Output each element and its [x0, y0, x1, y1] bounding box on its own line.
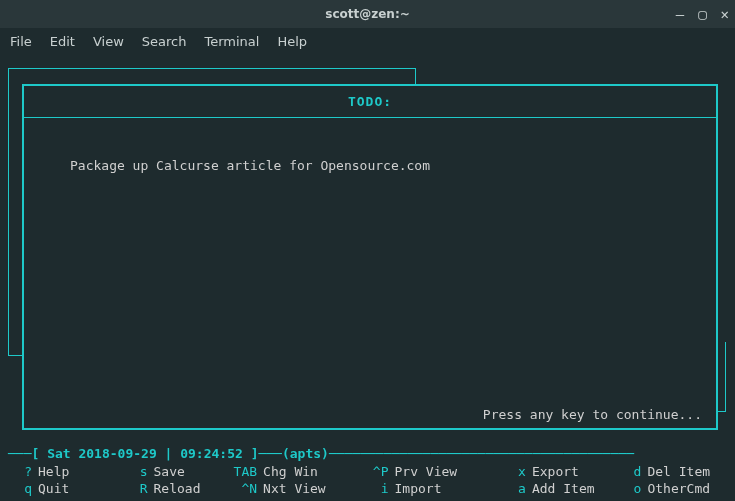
shortcut-reload[interactable]: RReload [124, 481, 228, 496]
shortcut-chg-win[interactable]: TABChg Win [227, 464, 364, 479]
todo-header: TODO: [24, 86, 716, 118]
shortcut-bar: ?Help sSave TABChg Win ^PPrv View xExpor… [8, 463, 727, 497]
todo-item: Package up Calcurse article for Opensour… [24, 118, 716, 173]
press-any-key-prompt: Press any key to continue... [483, 407, 702, 422]
todo-panel: TODO: Package up Calcurse article for Op… [22, 84, 718, 430]
shortcut-export[interactable]: xExport [502, 464, 618, 479]
status-line: ───[ Sat 2018-09-29 | 09:24:52 ]───(apts… [8, 446, 727, 461]
shortcut-help[interactable]: ?Help [8, 464, 124, 479]
shortcut-del-item[interactable]: dDel Item [617, 464, 727, 479]
menu-edit[interactable]: Edit [50, 34, 75, 49]
minimize-icon[interactable]: — [676, 6, 684, 22]
terminal-area[interactable]: TODO: Package up Calcurse article for Op… [0, 54, 735, 501]
titlebar: scott@zen:~ — ▢ ✕ [0, 0, 735, 28]
menu-file[interactable]: File [10, 34, 32, 49]
window-controls: — ▢ ✕ [676, 0, 729, 28]
todo-title: TODO: [348, 94, 392, 109]
menu-help[interactable]: Help [277, 34, 307, 49]
close-icon[interactable]: ✕ [721, 6, 729, 22]
shortcut-quit[interactable]: qQuit [8, 481, 124, 496]
menubar: File Edit View Search Terminal Help [0, 28, 735, 54]
menu-view[interactable]: View [93, 34, 124, 49]
shortcut-save[interactable]: sSave [124, 464, 228, 479]
menu-search[interactable]: Search [142, 34, 187, 49]
menu-terminal[interactable]: Terminal [204, 34, 259, 49]
shortcut-add-item[interactable]: aAdd Item [502, 481, 618, 496]
shortcut-othercmd[interactable]: oOtherCmd [617, 481, 727, 496]
shortcut-row-2: qQuit RReload ^NNxt View iImport aAdd It… [8, 480, 727, 497]
window-title: scott@zen:~ [325, 7, 410, 21]
shortcut-prv-view[interactable]: ^PPrv View [365, 464, 502, 479]
shortcut-import[interactable]: iImport [365, 481, 502, 496]
shortcut-row-1: ?Help sSave TABChg Win ^PPrv View xExpor… [8, 463, 727, 480]
maximize-icon[interactable]: ▢ [698, 6, 706, 22]
shortcut-nxt-view[interactable]: ^NNxt View [227, 481, 364, 496]
